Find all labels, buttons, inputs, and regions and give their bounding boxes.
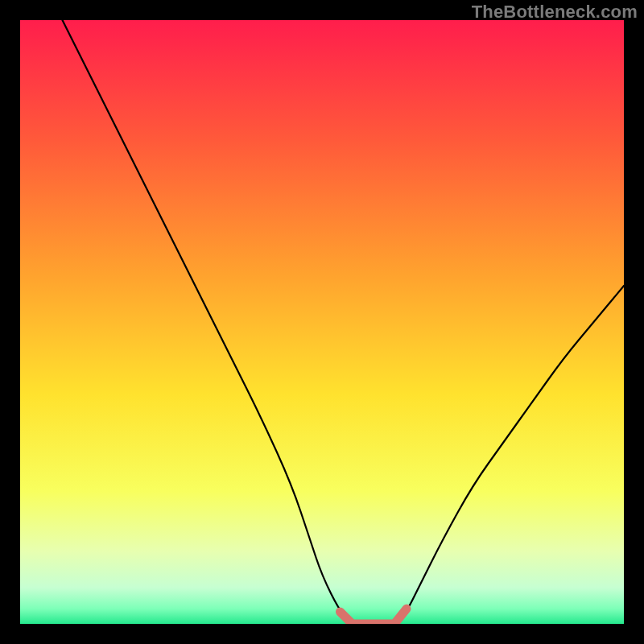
- plot-area: [20, 20, 624, 624]
- chart-frame: { "watermark": "TheBottleneck.com", "col…: [0, 0, 644, 644]
- gradient-background: [20, 20, 624, 624]
- bottleneck-chart: [20, 20, 624, 624]
